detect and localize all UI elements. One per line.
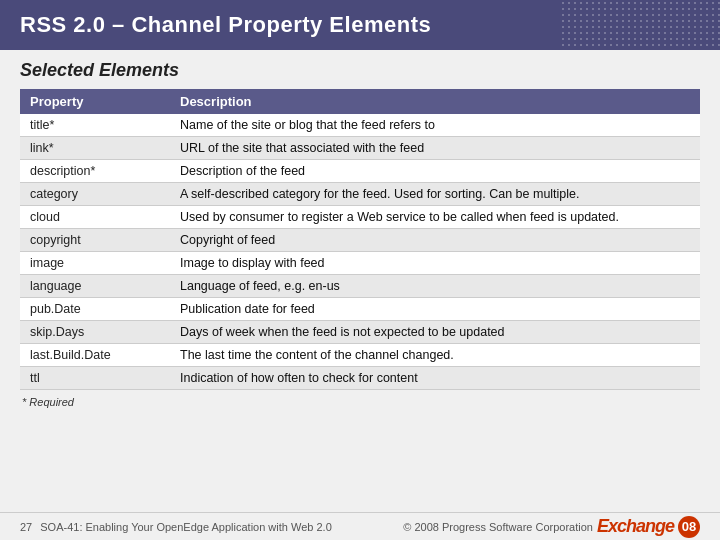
table-cell-description: Days of week when the feed is not expect… xyxy=(170,321,700,344)
table-row: title*Name of the site or blog that the … xyxy=(20,114,700,137)
table-cell-description: Indication of how often to check for con… xyxy=(170,367,700,390)
table-cell-description: Used by consumer to register a Web servi… xyxy=(170,206,700,229)
table-cell-property: image xyxy=(20,252,170,275)
footnote: * Required xyxy=(20,396,700,408)
table-cell-property: description* xyxy=(20,160,170,183)
table-row: pub.DatePublication date for feed xyxy=(20,298,700,321)
header-dot-pattern xyxy=(560,0,720,50)
logo-badge: 08 xyxy=(678,516,700,538)
table-row: categoryA self-described category for th… xyxy=(20,183,700,206)
table-row: description*Description of the feed xyxy=(20,160,700,183)
table-cell-description: Publication date for feed xyxy=(170,298,700,321)
table-cell-property: pub.Date xyxy=(20,298,170,321)
table-row: skip.DaysDays of week when the feed is n… xyxy=(20,321,700,344)
footer: 27 SOA-41: Enabling Your OpenEdge Applic… xyxy=(0,512,720,540)
column-header-description: Description xyxy=(170,89,700,114)
table-cell-property: title* xyxy=(20,114,170,137)
header: RSS 2.0 – Channel Property Elements xyxy=(0,0,720,50)
table-row: last.Build.DateThe last time the content… xyxy=(20,344,700,367)
table-cell-description: Language of feed, e.g. en-us xyxy=(170,275,700,298)
table-cell-property: cloud xyxy=(20,206,170,229)
table-cell-property: ttl xyxy=(20,367,170,390)
slide: RSS 2.0 – Channel Property Elements Sele… xyxy=(0,0,720,540)
table-cell-property: category xyxy=(20,183,170,206)
logo-text: Exchange xyxy=(597,516,674,537)
content-area: Selected Elements Property Description t… xyxy=(0,50,720,540)
table-cell-description: The last time the content of the channel… xyxy=(170,344,700,367)
table-cell-property: skip.Days xyxy=(20,321,170,344)
properties-table: Property Description title*Name of the s… xyxy=(20,89,700,390)
table-row: ttlIndication of how often to check for … xyxy=(20,367,700,390)
table-row: imageImage to display with feed xyxy=(20,252,700,275)
footer-copyright: © 2008 Progress Software Corporation xyxy=(403,521,593,533)
footer-left: 27 SOA-41: Enabling Your OpenEdge Applic… xyxy=(20,521,332,533)
table-cell-description: URL of the site that associated with the… xyxy=(170,137,700,160)
table-row: copyrightCopyright of feed xyxy=(20,229,700,252)
table-header-row: Property Description xyxy=(20,89,700,114)
header-title: RSS 2.0 – Channel Property Elements xyxy=(20,12,431,37)
table-cell-description: Copyright of feed xyxy=(170,229,700,252)
footer-subtitle: SOA-41: Enabling Your OpenEdge Applicati… xyxy=(40,521,332,533)
table-row: link*URL of the site that associated wit… xyxy=(20,137,700,160)
table-cell-property: copyright xyxy=(20,229,170,252)
table-cell-description: A self-described category for the feed. … xyxy=(170,183,700,206)
table-row: cloudUsed by consumer to register a Web … xyxy=(20,206,700,229)
table-cell-property: language xyxy=(20,275,170,298)
table-cell-description: Description of the feed xyxy=(170,160,700,183)
table-cell-description: Image to display with feed xyxy=(170,252,700,275)
footer-page-number: 27 xyxy=(20,521,32,533)
table-cell-property: link* xyxy=(20,137,170,160)
footer-logo: © 2008 Progress Software Corporation Exc… xyxy=(403,516,700,538)
section-title: Selected Elements xyxy=(20,60,700,81)
table-cell-description: Name of the site or blog that the feed r… xyxy=(170,114,700,137)
column-header-property: Property xyxy=(20,89,170,114)
table-cell-property: last.Build.Date xyxy=(20,344,170,367)
table-row: languageLanguage of feed, e.g. en-us xyxy=(20,275,700,298)
